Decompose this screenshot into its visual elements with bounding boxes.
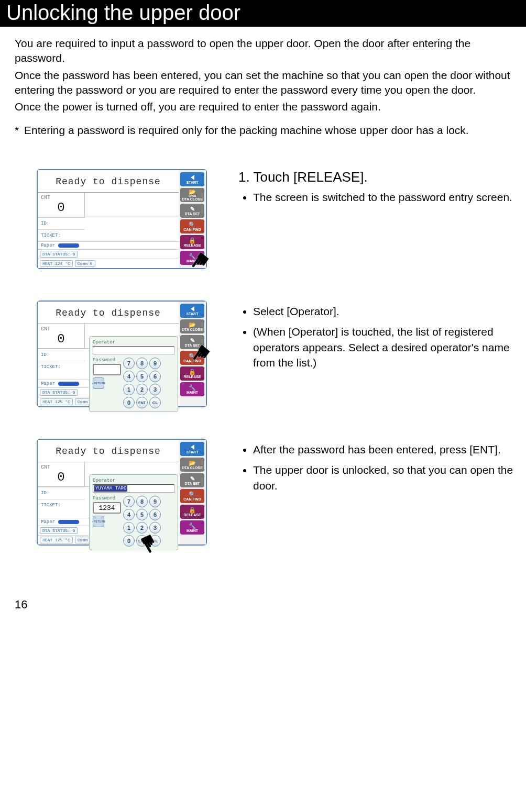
play-icon bbox=[191, 306, 194, 312]
comm-status: Comm 0 bbox=[75, 260, 95, 267]
can-find-button[interactable]: 🔍CAN FIND bbox=[180, 351, 204, 365]
maint-button[interactable]: 🔧MAINT bbox=[180, 251, 204, 265]
return-button[interactable]: ←RETURN bbox=[93, 516, 104, 527]
side-buttons: START 📂OPENDTA CLOSE ✎DTA SET 🔍CAN FIND … bbox=[179, 170, 206, 268]
key-4[interactable]: 4 bbox=[123, 371, 135, 382]
maint-button[interactable]: 🔧MAINT bbox=[180, 520, 204, 535]
password-panel: Operator Password ←RETURN 789 456 bbox=[89, 336, 178, 412]
ticket-label: TICKET: bbox=[38, 229, 85, 241]
screen-body bbox=[85, 193, 179, 217]
operator-label: Operator bbox=[93, 340, 174, 345]
maint-button[interactable]: 🔧MAINT bbox=[180, 382, 204, 396]
search-icon: 🔍 bbox=[189, 353, 196, 359]
operator-dropdown[interactable]: YUYAMA TARO bbox=[93, 484, 174, 493]
heat-status: HEAT 125 °C bbox=[40, 537, 73, 543]
key-0[interactable]: 0 bbox=[123, 535, 135, 547]
footnote: * Entering a password is required only f… bbox=[0, 117, 526, 138]
lock-icon: 🔒 bbox=[189, 238, 196, 243]
key-1[interactable]: 1 bbox=[123, 384, 135, 395]
id-label: ID: bbox=[38, 349, 85, 361]
footnote-text: Entering a password is required only for… bbox=[24, 123, 469, 138]
key-4[interactable]: 4 bbox=[123, 509, 135, 520]
key-5[interactable]: 5 bbox=[136, 371, 148, 382]
dta-set-button[interactable]: ✎DTA SET bbox=[180, 335, 204, 349]
dta-set-button[interactable]: ✎DTA SET bbox=[180, 473, 204, 487]
folder-open-icon: 📂 bbox=[189, 322, 196, 328]
screenshot-1: Ready to dispense CNT 0 ID: bbox=[37, 169, 207, 269]
dta-open-close-button[interactable]: 📂DTA CLOSE bbox=[180, 319, 204, 333]
return-button[interactable]: ←RETURN bbox=[93, 377, 104, 389]
cnt-label: CNT bbox=[41, 326, 81, 332]
manual-page: Unlocking the upper door You are require… bbox=[0, 0, 526, 627]
key-2[interactable]: 2 bbox=[136, 384, 148, 395]
paper-label: Paper bbox=[41, 381, 55, 386]
intro-paragraph: Once the power is turned off, you are re… bbox=[15, 99, 510, 114]
id-label: ID: bbox=[38, 217, 85, 229]
start-button[interactable]: START bbox=[180, 172, 204, 186]
dta-set-button[interactable]: ✎DTA SET bbox=[180, 204, 204, 218]
dta-open-close-button[interactable]: 📂OPENDTA CLOSE bbox=[180, 188, 204, 202]
intro-block: You are required to input a password to … bbox=[0, 27, 526, 115]
step-bullet: (When [Operator] is touched, the list of… bbox=[253, 324, 516, 370]
key-0[interactable]: 0 bbox=[123, 397, 135, 408]
key-6[interactable]: 6 bbox=[149, 371, 161, 382]
paper-level-icon bbox=[58, 520, 79, 524]
wrench-icon: 🔧 bbox=[189, 385, 196, 391]
intro-paragraph: Once the password has been entered, you … bbox=[15, 68, 510, 98]
key-cl[interactable]: CL bbox=[149, 397, 161, 408]
cnt-value: 0 bbox=[41, 470, 81, 484]
cnt-value: 0 bbox=[41, 332, 81, 346]
key-ent[interactable]: ENT bbox=[136, 397, 148, 408]
paper-label: Paper bbox=[41, 519, 55, 525]
dta-status: DTA STATUS: 0 bbox=[40, 389, 78, 396]
edit-icon: ✎ bbox=[190, 338, 195, 343]
key-cl[interactable]: CL bbox=[149, 535, 161, 547]
key-7[interactable]: 7 bbox=[123, 358, 135, 369]
wrench-icon: 🔧 bbox=[189, 523, 196, 529]
key-5[interactable]: 5 bbox=[136, 509, 148, 520]
key-8[interactable]: 8 bbox=[136, 358, 148, 369]
key-8[interactable]: 8 bbox=[136, 496, 148, 507]
key-2[interactable]: 2 bbox=[136, 522, 148, 533]
operator-selected: YUYAMA TARO bbox=[94, 485, 127, 492]
step-bullet: After the password has been entered, pre… bbox=[253, 442, 516, 457]
key-9[interactable]: 9 bbox=[149, 496, 161, 507]
keypad: 789 456 123 0ENTCL bbox=[123, 358, 161, 408]
password-field[interactable]: 1234 bbox=[93, 502, 121, 514]
step-bullet: The upper door is unlocked, so that you … bbox=[253, 462, 516, 493]
cnt-label: CNT bbox=[41, 195, 81, 201]
step-3: Ready to dispense CNT 0 ID: bbox=[37, 439, 516, 546]
start-button[interactable]: START bbox=[180, 304, 204, 318]
paper-label: Paper bbox=[41, 243, 55, 248]
can-find-button[interactable]: 🔍CAN FIND bbox=[180, 489, 204, 503]
id-label: ID: bbox=[38, 487, 85, 499]
key-3[interactable]: 3 bbox=[149, 384, 161, 395]
paper-level-icon bbox=[58, 243, 79, 248]
side-buttons: START 📂DTA CLOSE ✎DTA SET 🔍CAN FIND 🔒REL… bbox=[179, 302, 206, 406]
steps-section: Ready to dispense CNT 0 ID: bbox=[0, 138, 526, 546]
key-3[interactable]: 3 bbox=[149, 522, 161, 533]
key-6[interactable]: 6 bbox=[149, 509, 161, 520]
release-button[interactable]: 🔒RELEASE bbox=[180, 505, 204, 519]
start-button[interactable]: START bbox=[180, 442, 204, 456]
release-button[interactable]: 🔒RELEASE bbox=[180, 366, 204, 381]
key-9[interactable]: 9 bbox=[149, 358, 161, 369]
screen-header: Ready to dispense bbox=[38, 302, 179, 324]
key-1[interactable]: 1 bbox=[123, 522, 135, 533]
password-label: Password bbox=[93, 496, 121, 501]
keypad: 789 456 123 0ENTCL bbox=[123, 496, 161, 547]
wrench-icon: 🔧 bbox=[189, 253, 196, 259]
release-button[interactable]: 🔒RELEASE bbox=[180, 235, 204, 249]
dta-status: DTA STATUS: 0 bbox=[40, 527, 78, 534]
search-icon: 🔍 bbox=[189, 222, 196, 228]
search-icon: 🔍 bbox=[189, 492, 196, 497]
operator-dropdown[interactable] bbox=[93, 346, 174, 354]
step-2: Ready to dispense CNT 0 ID: bbox=[37, 301, 516, 407]
can-find-button[interactable]: 🔍CAN FIND bbox=[180, 219, 204, 233]
dta-open-close-button[interactable]: 📂DTA CLOSE bbox=[180, 458, 204, 472]
operator-label: Operator bbox=[93, 478, 174, 483]
key-ent[interactable]: ENT bbox=[136, 535, 148, 547]
key-7[interactable]: 7 bbox=[123, 496, 135, 507]
password-field[interactable] bbox=[93, 364, 121, 375]
lock-icon: 🔒 bbox=[189, 507, 196, 513]
